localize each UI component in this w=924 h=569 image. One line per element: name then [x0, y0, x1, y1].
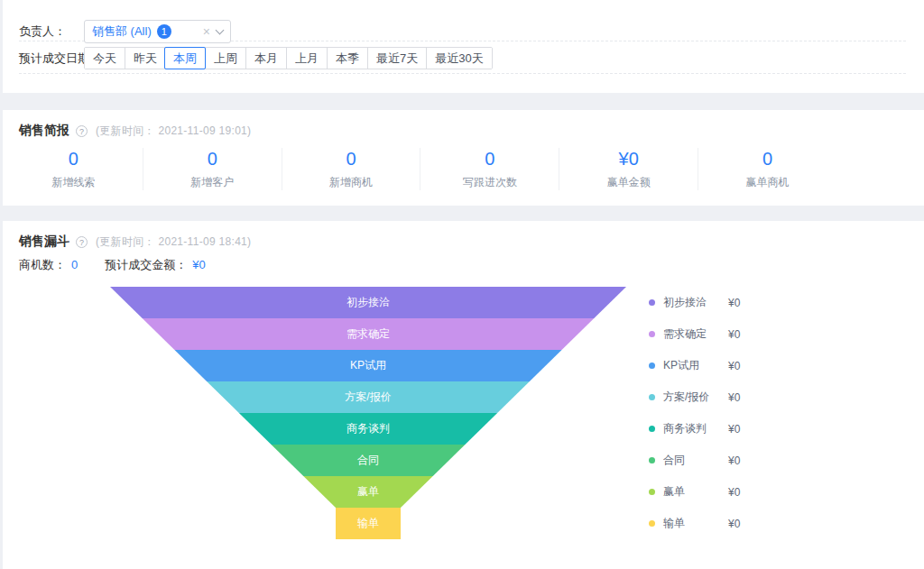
filters-card: 负责人： 销售部 (All) 1 × 预计成交日期： 今天昨天本周上周本月上月本… [3, 0, 924, 93]
legend-value: ¥0 [728, 328, 740, 341]
briefing-header: 销售简报 ? (更新时间： 2021-11-09 19:01) [19, 123, 251, 139]
legend-value: ¥0 [728, 391, 740, 404]
legend-value: ¥0 [728, 423, 740, 436]
funnel-segment[interactable]: 方案/报价 [110, 381, 626, 413]
legend-dot-icon [649, 457, 655, 463]
legend-item[interactable]: 输单¥0 [649, 508, 740, 539]
date-range-button[interactable]: 昨天 [125, 48, 165, 69]
stat-label: 赢单商机 [702, 175, 833, 190]
legend-value: ¥0 [728, 360, 740, 372]
help-icon[interactable]: ? [76, 125, 88, 137]
legend-value: ¥0 [728, 454, 740, 467]
funnel-segment-label: 赢单 [357, 484, 379, 500]
expected-amount-label: 预计成交金额： [105, 258, 187, 271]
briefing-title: 销售简报 [19, 123, 69, 139]
legend-dot-icon [649, 394, 655, 400]
opportunity-count-label: 商机数： [19, 258, 66, 271]
stat-item: 0新增线索 [5, 148, 143, 190]
funnel-segment[interactable]: 商务谈判 [110, 413, 626, 445]
stat-value: 0 [8, 148, 139, 170]
legend-label: 初步接洽 [663, 295, 728, 310]
stat-label: 新增商机 [286, 175, 417, 190]
date-range-button[interactable]: 上周 [205, 48, 245, 69]
funnel-chart: 初步接洽需求确定KP试用方案/报价商务谈判合同赢单输单 [110, 287, 626, 539]
legend-dot-icon [649, 520, 655, 527]
date-range-button[interactable]: 最近30天 [426, 48, 491, 69]
funnel-segment-label: 初步接洽 [346, 295, 390, 310]
legend-value: ¥0 [728, 486, 740, 499]
funnel-segment[interactable]: 赢单 [110, 476, 626, 508]
owner-count-badge: 1 [157, 24, 171, 39]
stat-value: 0 [147, 148, 278, 170]
legend-dot-icon [649, 489, 655, 495]
funnel-segment-label: 方案/报价 [345, 390, 391, 405]
briefing-stats-row: 0新增线索0新增客户0新增商机0写跟进次数¥0赢单金额0赢单商机 [5, 148, 836, 190]
funnel-segment-label: 商务谈判 [346, 421, 390, 436]
legend-label: 合同 [663, 453, 728, 468]
legend-label: 赢单 [663, 484, 728, 500]
owner-select[interactable]: 销售部 (All) 1 × [84, 20, 231, 43]
funnel-summary-row: 商机数：0预计成交金额：¥0 [19, 257, 206, 273]
funnel-segment-label: 输单 [357, 516, 379, 531]
sales-briefing-card: 销售简报 ? (更新时间： 2021-11-09 19:01) 0新增线索0新增… [3, 110, 924, 206]
stat-item: 0新增商机 [282, 148, 420, 190]
legend-item[interactable]: 需求确定¥0 [649, 318, 740, 350]
stat-item: 0赢单商机 [698, 148, 836, 190]
funnel-segment[interactable]: 需求确定 [110, 318, 626, 350]
legend-item[interactable]: 合同¥0 [649, 445, 740, 476]
legend-item[interactable]: 方案/报价¥0 [649, 381, 740, 413]
funnel-legend: 初步接洽¥0需求确定¥0KP试用¥0方案/报价¥0商务谈判¥0合同¥0赢单¥0输… [649, 287, 740, 539]
chevron-down-icon[interactable] [216, 25, 225, 34]
stat-value: 0 [702, 148, 833, 170]
owner-select-value: 销售部 (All) [92, 23, 152, 40]
legend-label: 方案/报价 [663, 390, 728, 405]
legend-label: 商务谈判 [663, 421, 728, 436]
legend-item[interactable]: 初步接洽¥0 [649, 287, 740, 318]
divider [19, 73, 906, 74]
date-range-button[interactable]: 本周 [164, 47, 206, 69]
funnel-segment[interactable]: 输单 [110, 508, 626, 539]
stat-item: 0写跟进次数 [420, 148, 559, 190]
legend-label: 需求确定 [663, 326, 728, 342]
date-range-button[interactable]: 本月 [245, 48, 286, 69]
legend-dot-icon [649, 331, 655, 337]
stat-item: ¥0赢单金额 [559, 148, 698, 190]
stat-label: 写跟进次数 [424, 175, 555, 190]
funnel-segment-label: 需求确定 [346, 326, 390, 342]
legend-value: ¥0 [728, 518, 740, 530]
date-range-button[interactable]: 本季 [327, 48, 367, 69]
legend-item[interactable]: 赢单¥0 [649, 476, 740, 508]
date-range-button[interactable]: 上月 [286, 48, 327, 69]
dashboard-page: 负责人： 销售部 (All) 1 × 预计成交日期： 今天昨天本周上周本月上月本… [0, 0, 924, 569]
legend-dot-icon [649, 363, 655, 369]
stat-label: 新增客户 [147, 175, 278, 190]
funnel-segment-label: KP试用 [350, 358, 386, 373]
funnel-header: 销售漏斗 ? (更新时间： 2021-11-09 18:41) [19, 234, 251, 250]
stat-value: ¥0 [563, 148, 694, 170]
clear-icon[interactable]: × [203, 25, 210, 38]
stat-label: 赢单金额 [563, 175, 694, 190]
expected-amount-value: ¥0 [192, 258, 205, 271]
funnel-segment[interactable]: KP试用 [110, 350, 626, 381]
funnel-segment[interactable]: 合同 [110, 445, 626, 476]
legend-dot-icon [649, 426, 655, 432]
help-icon[interactable]: ? [76, 236, 88, 248]
funnel-updated-time: (更新时间： 2021-11-09 18:41) [96, 234, 251, 250]
stat-value: 0 [286, 148, 417, 170]
briefing-updated-time: (更新时间： 2021-11-09 19:01) [96, 124, 251, 139]
date-range-group: 今天昨天本周上周本月上月本季最近7天最近30天 [84, 47, 493, 69]
legend-item[interactable]: KP试用¥0 [649, 350, 740, 381]
legend-label: 输单 [663, 516, 728, 531]
funnel-segment[interactable]: 初步接洽 [110, 287, 626, 318]
stat-value: 0 [424, 148, 555, 170]
date-range-button[interactable]: 最近7天 [367, 48, 426, 69]
legend-item[interactable]: 商务谈判¥0 [649, 413, 740, 445]
sales-funnel-card: 销售漏斗 ? (更新时间： 2021-11-09 18:41) 商机数：0预计成… [3, 221, 924, 569]
stat-label: 新增线索 [8, 175, 139, 190]
legend-label: KP试用 [663, 358, 728, 373]
funnel-title: 销售漏斗 [19, 234, 69, 250]
funnel-segment-label: 合同 [357, 453, 379, 468]
legend-dot-icon [649, 299, 655, 306]
date-range-button[interactable]: 今天 [85, 48, 125, 69]
stat-item: 0新增客户 [143, 148, 282, 190]
